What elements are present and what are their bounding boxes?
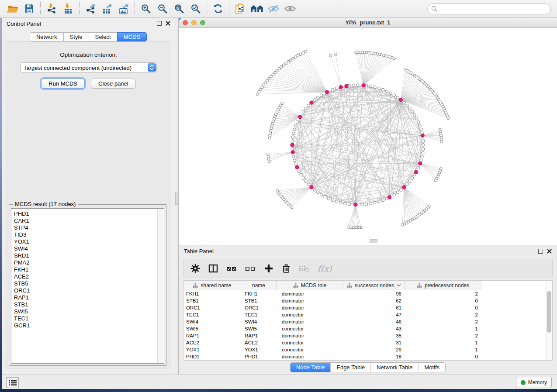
optimization-criterion-dropdown[interactable]: largest connected component (undirected) bbox=[21, 62, 157, 72]
window-zoom-button[interactable] bbox=[200, 20, 205, 25]
result-item[interactable]: GCR1 bbox=[11, 322, 164, 329]
node-table[interactable]: shared namenameMCDS rolesuccessor nodesp… bbox=[183, 280, 553, 361]
table-row[interactable]: YOX1YOX1connector291 bbox=[183, 346, 552, 353]
result-item[interactable]: STB5 bbox=[11, 280, 164, 287]
table-row[interactable]: STB1STB1dominator620 bbox=[183, 297, 552, 304]
run-mcds-button[interactable]: Run MCDS bbox=[41, 79, 85, 89]
cell: 2 bbox=[405, 290, 481, 297]
memory-button[interactable]: Memory bbox=[516, 377, 552, 388]
zoom-fit-icon[interactable] bbox=[172, 2, 186, 16]
cell: 31 bbox=[343, 339, 405, 346]
import-network-icon[interactable] bbox=[45, 2, 59, 16]
first-neighbors-icon[interactable] bbox=[250, 2, 264, 16]
splitter-grip[interactable] bbox=[175, 193, 178, 205]
zoom-out-icon[interactable] bbox=[156, 2, 170, 16]
task-history-button[interactable] bbox=[6, 377, 19, 388]
cell: ORC1 bbox=[241, 304, 277, 311]
table-row[interactable]: SWI4SWI4dominator462 bbox=[183, 318, 552, 325]
vertical-splitter[interactable] bbox=[175, 18, 178, 375]
export-table-icon[interactable] bbox=[100, 2, 114, 16]
open-icon[interactable] bbox=[6, 2, 20, 16]
column-header-shared-name[interactable]: shared name bbox=[183, 281, 241, 290]
tab-node-table[interactable]: Node Table bbox=[291, 363, 331, 372]
table-row[interactable]: SWI5SWI5connector431 bbox=[183, 325, 552, 332]
add-column-icon[interactable] bbox=[264, 264, 273, 273]
columns-icon[interactable] bbox=[208, 264, 218, 273]
window-minimize-button[interactable] bbox=[191, 20, 197, 25]
deselect-all-icon[interactable] bbox=[245, 264, 256, 273]
tab-edge-table[interactable]: Edge Table bbox=[330, 363, 370, 372]
result-item[interactable]: STB1 bbox=[11, 301, 164, 308]
tab-select[interactable]: Select bbox=[89, 32, 118, 41]
search-box[interactable] bbox=[427, 3, 551, 14]
result-item[interactable]: ACE2 bbox=[11, 273, 164, 280]
result-item[interactable]: TID3 bbox=[11, 231, 164, 238]
cell: PHD1 bbox=[183, 353, 241, 360]
column-header-name[interactable]: name bbox=[241, 281, 277, 290]
select-all-icon[interactable] bbox=[226, 264, 237, 273]
search-input[interactable] bbox=[440, 6, 550, 13]
table-scrollbar[interactable] bbox=[546, 281, 552, 360]
cell: dominator bbox=[277, 332, 343, 339]
save-icon[interactable] bbox=[22, 2, 36, 16]
table-row[interactable]: PHD1PHD1dominator180 bbox=[183, 353, 552, 360]
result-item[interactable]: ORC1 bbox=[11, 287, 164, 294]
mcds-result-list[interactable]: PHD1CAR1STP4TID3YOX1SWI4SRD1PMA2FKH1ACE2… bbox=[11, 208, 164, 364]
gear-icon[interactable] bbox=[190, 264, 200, 273]
result-list-scrollbar[interactable] bbox=[157, 209, 163, 363]
float-panel-icon[interactable] bbox=[157, 21, 162, 26]
cell: SWI4 bbox=[183, 318, 241, 325]
result-item[interactable]: YOX1 bbox=[11, 238, 164, 245]
result-item[interactable]: CAR1 bbox=[11, 217, 164, 224]
result-item[interactable]: SRD1 bbox=[11, 252, 164, 259]
delete-column-icon[interactable] bbox=[282, 264, 291, 273]
column-header-predecessor-nodes[interactable]: predecessor nodes bbox=[405, 281, 481, 290]
result-item[interactable]: SWI5 bbox=[11, 308, 164, 315]
column-header-MCDS-role[interactable]: MCDS role bbox=[277, 281, 343, 290]
close-panel-button[interactable]: Close panel bbox=[91, 79, 136, 89]
result-item[interactable]: STP4 bbox=[11, 224, 164, 231]
panel-drag-corner bbox=[179, 18, 182, 21]
control-panel: Control Panel NetworkStyleSelectMCDS Opt… bbox=[2, 18, 175, 375]
refresh-icon[interactable] bbox=[211, 2, 225, 16]
horizontal-splitter-grip[interactable] bbox=[370, 239, 377, 243]
table-scrollbar-thumb[interactable] bbox=[547, 291, 551, 333]
table-row[interactable]: ACE2ACE2connector311 bbox=[183, 339, 552, 346]
result-item[interactable]: FKH1 bbox=[11, 266, 164, 273]
table-row[interactable]: RAP1RAP1dominator352 bbox=[183, 332, 552, 339]
hide-selected-icon[interactable] bbox=[266, 2, 280, 16]
window-close-button[interactable] bbox=[183, 20, 188, 25]
result-item[interactable]: RAP1 bbox=[11, 294, 164, 301]
cell: TEC1 bbox=[241, 311, 277, 318]
result-item[interactable]: PMA2 bbox=[11, 259, 164, 266]
network-canvas[interactable] bbox=[179, 28, 557, 245]
tab-motifs[interactable]: Motifs bbox=[418, 363, 445, 372]
zoom-selected-icon[interactable] bbox=[189, 2, 203, 16]
network-titlebar[interactable]: YPA_prune.txt_1 bbox=[179, 18, 557, 28]
result-item[interactable]: TEC1 bbox=[11, 315, 164, 322]
result-item[interactable]: PHD1 bbox=[11, 210, 164, 217]
close-panel-icon[interactable] bbox=[166, 21, 170, 26]
cell: 0 bbox=[405, 304, 481, 311]
close-panel-icon[interactable] bbox=[547, 249, 552, 254]
table-row[interactable]: TEC1TEC1connector472 bbox=[183, 311, 552, 318]
search-icon bbox=[431, 6, 438, 12]
table-row[interactable]: ORC1ORC1dominator610 bbox=[183, 304, 552, 311]
cell: FKH1 bbox=[183, 290, 241, 297]
tab-network[interactable]: Network bbox=[30, 32, 64, 41]
show-all-icon[interactable] bbox=[283, 2, 297, 16]
control-panel-header: Control Panel bbox=[2, 18, 175, 29]
tab-network-table[interactable]: Network Table bbox=[370, 363, 418, 372]
float-panel-icon[interactable] bbox=[538, 249, 543, 254]
zoom-in-icon[interactable] bbox=[139, 2, 153, 16]
import-table-icon[interactable] bbox=[61, 2, 75, 16]
tab-mcds[interactable]: MCDS bbox=[117, 32, 147, 41]
column-header-successor-nodes[interactable]: successor nodes bbox=[343, 281, 405, 290]
cell: ORC1 bbox=[183, 304, 241, 311]
tab-style[interactable]: Style bbox=[63, 32, 89, 41]
clone-network-icon[interactable] bbox=[233, 2, 247, 16]
result-item[interactable]: SWI4 bbox=[11, 245, 164, 252]
export-network-icon[interactable] bbox=[83, 2, 97, 16]
export-image-icon[interactable] bbox=[117, 2, 131, 16]
table-row[interactable]: FKH1FKH1dominator962 bbox=[183, 290, 552, 297]
